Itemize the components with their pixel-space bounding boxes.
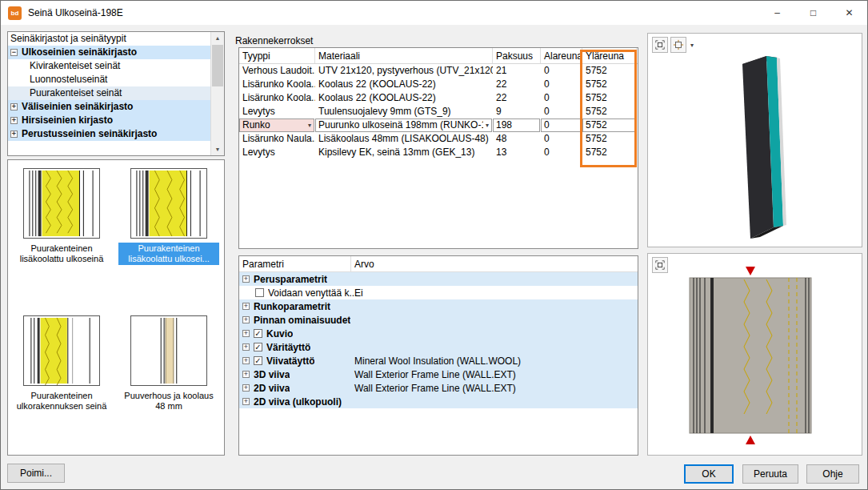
- wall-3d-render[interactable]: [648, 34, 863, 247]
- expand-plus-icon[interactable]: +: [242, 330, 250, 337]
- column-header-tyyppi[interactable]: Tyyppi: [239, 48, 315, 63]
- table-row[interactable]: Levytys Kipsilevy EK, seinä 13mm (GEK_13…: [239, 146, 638, 159]
- checkbox-checked[interactable]: ✓: [254, 329, 262, 338]
- layer-material: Tuulensuojalevy 9mm (GTS_9): [315, 105, 493, 118]
- param-group-perusparametrit[interactable]: + Perusparametrit: [239, 272, 638, 286]
- table-row[interactable]: Verhous Laudoit... UTV 21x120, pystyverh…: [239, 64, 638, 78]
- expand-plus-icon[interactable]: +: [242, 303, 250, 310]
- tree-item-label: Hirsiseinien kirjasto: [22, 114, 113, 127]
- layer-bottom-edge: 0: [541, 146, 582, 159]
- table-row[interactable]: Levytys Tuulensuojalevy 9mm (GTS_9) 9 0 …: [239, 105, 638, 118]
- scrollbar-thumb[interactable]: [212, 45, 223, 86]
- help-button[interactable]: Ohje: [806, 464, 859, 484]
- layer-bottom-edge: 0: [541, 132, 582, 146]
- param-group-2d-viiva-ulkopuoli[interactable]: + 2D viiva (ulkopuoli): [239, 395, 638, 408]
- expand-plus-icon[interactable]: +: [242, 275, 250, 283]
- expand-plus-icon[interactable]: +: [10, 117, 18, 124]
- param-group-varitaytto[interactable]: + ✓ Väritäyttö: [239, 340, 638, 354]
- table-row[interactable]: Lisärunko Koola... Koolaus 22 (KOOLAUS-2…: [239, 91, 638, 105]
- tree-item-kivirakenteiset-seinat[interactable]: Kivirakenteiset seinät: [8, 59, 210, 73]
- layers-table-header: Tyyppi Materiaali Paksuus Alareuna Yläre…: [239, 48, 638, 64]
- tree-item-label: Väliseinien seinäkirjasto: [22, 100, 133, 114]
- scroll-down-icon[interactable]: ▼: [211, 143, 224, 155]
- expand-plus-icon[interactable]: +: [242, 398, 250, 405]
- layer-type: Runko: [242, 118, 270, 132]
- param-value: Wall Exterior Frame Line (WALL.EXT): [354, 369, 516, 380]
- layer-thickness-input[interactable]: 198: [493, 118, 540, 132]
- expand-plus-icon[interactable]: +: [242, 371, 250, 378]
- table-row[interactable]: Lisärunko Koola... Koolaus 22 (KOOLAUS-2…: [239, 78, 638, 91]
- thumbnail-grid: Puurakenteinen lisäkoolattu ulkoseinä Pu…: [8, 160, 224, 458]
- param-label: Perusparametrit: [254, 274, 327, 285]
- column-header-paksuus[interactable]: Paksuus: [493, 48, 541, 63]
- column-header-arvo[interactable]: Arvo: [351, 256, 638, 271]
- wall-type-thumb-4[interactable]: Puuverhous ja koolaus 48 mm: [115, 311, 222, 458]
- tree-item-hirsiseinien-kirjasto[interactable]: + Hirsiseinien kirjasto: [8, 114, 210, 127]
- app-logo-icon: bd: [8, 6, 22, 20]
- wall-2d-section[interactable]: [648, 254, 863, 455]
- param-group-viivataytto[interactable]: + ✓ Viivatäyttö Mineral Wool Insulation …: [239, 354, 638, 368]
- layer-thickness: 22: [493, 91, 541, 105]
- tree-item-label: Kivirakenteiset seinät: [30, 59, 120, 73]
- tree-item-ulkoseinien-seinakirjasto[interactable]: − Ulkoseinien seinäkirjasto: [8, 46, 210, 59]
- layer-thickness: 13: [493, 146, 541, 159]
- wall-type-dialog: { "window": { "title": "Seinä Ulkoseinä-…: [0, 0, 868, 490]
- expand-plus-icon[interactable]: +: [242, 316, 250, 323]
- collapse-minus-icon[interactable]: −: [10, 49, 18, 56]
- column-header-alareuna[interactable]: Alareuna: [541, 48, 582, 63]
- layer-bottom-edge: 0: [541, 91, 582, 105]
- layer-top-edge: 5752: [582, 146, 637, 159]
- expand-plus-icon[interactable]: +: [242, 357, 250, 364]
- layer-bottom-edge-input[interactable]: 0: [541, 118, 582, 132]
- expand-plus-icon[interactable]: +: [242, 343, 250, 351]
- zoom-extents-button[interactable]: [652, 257, 668, 273]
- layer-material-dropdown[interactable]: Puurunko ulkoseinä 198mm (RUNKO-198) ▾: [315, 118, 492, 132]
- layer-type-dropdown[interactable]: Runko ▾: [239, 118, 314, 132]
- column-header-materiaali[interactable]: Materiaali: [315, 48, 493, 63]
- chevron-down-icon[interactable]: ▾: [689, 42, 695, 49]
- param-group-3d-viiva[interactable]: + 3D viiva Wall Exterior Frame Line (WAL…: [239, 368, 638, 381]
- expand-plus-icon[interactable]: +: [242, 384, 250, 392]
- layer-type: Lisärunko Koola...: [239, 78, 315, 91]
- layer-bottom-edge: 0: [541, 64, 582, 78]
- param-row-voidaan-venyttaa[interactable]: Voidaan venyttää k... Ei: [239, 286, 638, 299]
- checkbox-checked[interactable]: ✓: [254, 343, 262, 351]
- zoom-extents-button[interactable]: [652, 37, 668, 53]
- scroll-up-icon[interactable]: ▲: [211, 32, 224, 44]
- wall-type-thumb-3[interactable]: Puurakenteinen ulkorakennuksen seinä: [8, 311, 115, 458]
- param-group-kuvio[interactable]: + ✓ Kuvio: [239, 327, 638, 340]
- param-group-pinnan-ominaisuudet[interactable]: + Pinnan ominaisuudet: [239, 313, 638, 327]
- layers-table: Tyyppi Materiaali Paksuus Alareuna Yläre…: [238, 47, 638, 249]
- view-mode-button[interactable]: [670, 37, 686, 53]
- tree-scrollbar[interactable]: ▲ ▼: [210, 32, 224, 155]
- checkbox-checked[interactable]: ✓: [254, 356, 262, 365]
- param-label: Väritäyttö: [266, 342, 310, 353]
- layer-material: Puurunko ulkoseinä 198mm (RUNKO-198): [318, 118, 483, 132]
- tree-item-valiseinien-seinakirjasto[interactable]: + Väliseinien seinäkirjasto: [8, 100, 210, 114]
- tree-item-label: Ulkoseinien seinäkirjasto: [22, 46, 137, 59]
- layer-top-edge-input[interactable]: 5752: [582, 118, 636, 132]
- expand-plus-icon[interactable]: +: [10, 103, 18, 110]
- param-label: Viivatäyttö: [266, 355, 314, 367]
- view-mode-icon: [673, 39, 684, 50]
- tree-item-perustusseinien-seinakirjasto[interactable]: + Perustusseinien seinäkirjasto: [8, 127, 210, 141]
- poimi-button[interactable]: Poimi...: [7, 464, 65, 483]
- param-group-runkoparametrit[interactable]: + Runkoparametrit: [239, 299, 638, 313]
- tree-item-luonnosteluseinat[interactable]: Luonnosteluseinät: [8, 73, 210, 86]
- wall-type-thumb-2-selected[interactable]: Puurakenteinen lisäkoolattu ulkosei...: [115, 163, 222, 311]
- close-button[interactable]: ✕: [831, 1, 867, 25]
- column-header-ylareuna[interactable]: Yläreuna: [582, 48, 637, 63]
- param-group-2d-viiva[interactable]: + 2D viiva Wall Exterior Frame Line (WAL…: [239, 381, 638, 395]
- param-value: Ei: [354, 287, 363, 299]
- table-row[interactable]: Lisärunko Naula... Lisäkoolaus 48mm (LIS…: [239, 132, 638, 146]
- ok-button[interactable]: OK: [684, 464, 734, 484]
- cancel-button[interactable]: Peruuta: [742, 464, 798, 484]
- wall-type-thumb-1[interactable]: Puurakenteinen lisäkoolattu ulkoseinä: [8, 163, 115, 311]
- minimize-button[interactable]: –: [759, 1, 795, 25]
- maximize-button[interactable]: □: [795, 1, 831, 25]
- tree-item-puurakenteiset-seinat[interactable]: Puurakenteiset seinät: [8, 86, 210, 100]
- expand-plus-icon[interactable]: +: [10, 131, 18, 138]
- layer-thickness: 9: [493, 105, 541, 118]
- checkbox-unchecked[interactable]: [255, 288, 264, 297]
- column-header-parametri[interactable]: Parametri: [239, 256, 351, 271]
